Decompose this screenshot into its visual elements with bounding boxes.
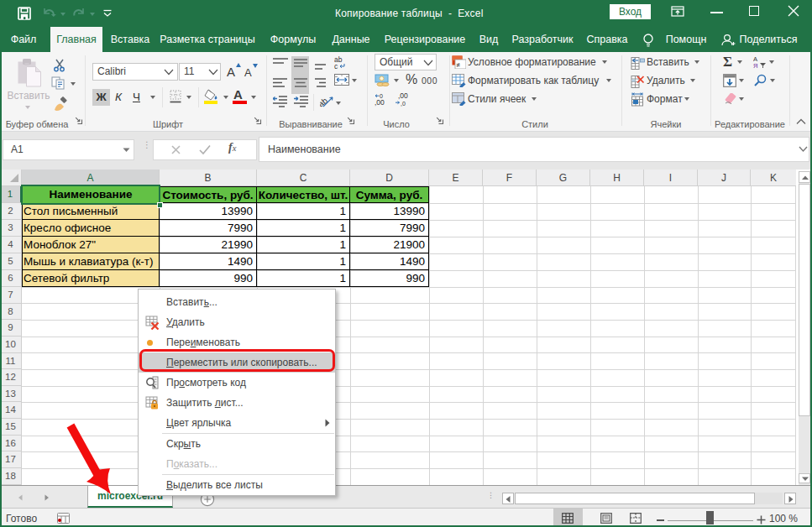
svg-text:,0: ,0 xyxy=(401,101,406,107)
svg-text:≠: ≠ xyxy=(457,61,461,69)
svg-text:,00: ,00 xyxy=(375,98,385,107)
svg-text:Я: Я xyxy=(753,62,757,69)
svg-text:,00: ,00 xyxy=(398,92,408,100)
